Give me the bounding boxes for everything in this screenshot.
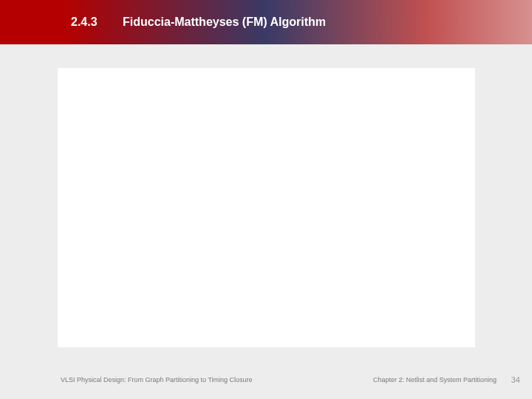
slide-header: 2.4.3 Fiduccia-Mattheyses (FM) Algorithm [0,0,532,44]
slide-title: Fiduccia-Mattheyses (FM) Algorithm [123,16,326,29]
section-number: 2.4.3 [71,16,115,29]
page-number: 34 [511,375,520,384]
slide-footer: VLSI Physical Design: From Graph Partiti… [0,372,532,387]
header-accent-block [0,0,64,44]
content-area [58,68,475,347]
footer-right-text: Chapter 2: Netlist and System Partitioni… [373,376,497,383]
slide: 2.4.3 Fiduccia-Mattheyses (FM) Algorithm… [0,0,532,399]
footer-left-text: VLSI Physical Design: From Graph Partiti… [61,376,253,383]
